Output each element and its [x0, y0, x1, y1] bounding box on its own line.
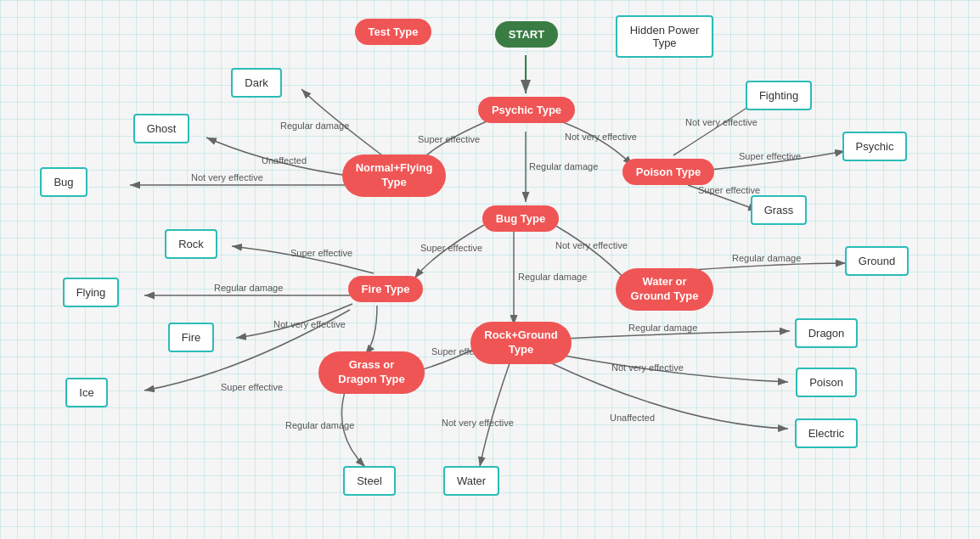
- flying-left-label: Flying: [63, 278, 120, 307]
- svg-text:Not very effective: Not very effective: [442, 418, 514, 428]
- psychic-type-node: Psychic Type: [471, 93, 582, 126]
- arrows-layer: Super effective Regular damage Not very …: [0, 0, 980, 539]
- psychic-type-label: Psychic Type: [478, 97, 575, 123]
- start-label: START: [495, 21, 558, 48]
- water-ground-node: Water or Ground Type: [616, 267, 713, 312]
- rock-ground-node: Rock+Ground Type: [472, 323, 570, 363]
- fire-type-label: Fire Type: [348, 276, 424, 302]
- ghost-label: Ghost: [133, 114, 190, 143]
- svg-text:Regular damage: Regular damage: [285, 420, 354, 430]
- flowchart-canvas: Super effective Regular damage Not very …: [0, 0, 980, 539]
- water-ground-label: Water or Ground Type: [616, 268, 713, 311]
- dragon-label: Dragon: [795, 318, 859, 348]
- fire-left-label: Fire: [168, 323, 214, 352]
- water-label: Water: [443, 466, 499, 496]
- ice-node: Ice: [53, 373, 121, 411]
- flying-left-node: Flying: [53, 273, 129, 311]
- electric-label: Electric: [795, 418, 859, 448]
- psychic-right-node: Psychic: [836, 130, 913, 162]
- rock-label: Rock: [165, 229, 217, 259]
- grass-label: Grass: [751, 195, 808, 225]
- rock-ground-label: Rock+Ground Type: [470, 322, 571, 364]
- svg-text:Super effective: Super effective: [739, 151, 801, 161]
- normal-flying-label: Normal+Flying Type: [342, 154, 447, 197]
- ground-label: Ground: [845, 246, 909, 276]
- steel-label: Steel: [343, 466, 396, 496]
- svg-text:Regular damage: Regular damage: [280, 121, 349, 131]
- svg-text:Not very effective: Not very effective: [555, 240, 628, 250]
- poison-right-label: Poison: [796, 368, 857, 397]
- fighting-node: Fighting: [741, 79, 817, 111]
- svg-text:Regular damage: Regular damage: [529, 161, 598, 171]
- svg-text:Not very effective: Not very effective: [191, 172, 263, 182]
- rock-node: Rock: [157, 227, 225, 260]
- dark-label: Dark: [231, 68, 281, 98]
- svg-text:Not very effective: Not very effective: [273, 319, 346, 329]
- dark-node: Dark: [222, 66, 290, 98]
- poison-type-node: Poison Type: [622, 155, 715, 188]
- steel-node: Steel: [335, 463, 403, 497]
- svg-text:Super effective: Super effective: [420, 243, 482, 253]
- grass-dragon-label: Grass or Dragon Type: [318, 351, 425, 394]
- test-type-label: Test Type: [355, 19, 432, 45]
- ground-node: Ground: [836, 242, 917, 279]
- poison-right-node: Poison: [788, 363, 865, 401]
- fire-left-node: Fire: [157, 321, 225, 353]
- grass-dragon-node: Grass or Dragon Type: [318, 351, 425, 395]
- svg-text:Unaffected: Unaffected: [262, 155, 307, 166]
- svg-text:Super effective: Super effective: [418, 134, 480, 144]
- svg-text:Regular damage: Regular damage: [518, 272, 587, 282]
- svg-text:Super effective: Super effective: [290, 248, 352, 258]
- water-node: Water: [437, 463, 505, 497]
- fire-type-node: Fire Type: [343, 272, 428, 306]
- ice-label: Ice: [65, 378, 107, 407]
- grass-node: Grass: [741, 194, 817, 226]
- test-type-node: Test Type: [346, 15, 440, 48]
- svg-text:Super effective: Super effective: [221, 382, 283, 392]
- svg-text:Unaffected: Unaffected: [610, 413, 655, 423]
- svg-text:Not very effective: Not very effective: [611, 362, 684, 373]
- fighting-label: Fighting: [746, 81, 812, 110]
- svg-text:Regular damage: Regular damage: [628, 323, 697, 333]
- bug-type-node: Bug Type: [474, 202, 567, 234]
- poison-type-label: Poison Type: [622, 159, 714, 185]
- svg-text:Regular damage: Regular damage: [732, 253, 801, 263]
- hidden-power-label: Hidden Power Type: [616, 15, 713, 58]
- svg-text:Regular damage: Regular damage: [214, 283, 283, 293]
- start-node: START: [493, 15, 560, 53]
- ghost-node: Ghost: [127, 112, 195, 144]
- dragon-node: Dragon: [788, 314, 865, 351]
- psychic-right-label: Psychic: [842, 132, 908, 161]
- bug-left-label: Bug: [40, 167, 87, 197]
- hidden-power-node: Hidden Power Type: [616, 15, 713, 58]
- electric-node: Electric: [788, 414, 865, 452]
- svg-text:Not very effective: Not very effective: [685, 117, 758, 127]
- normal-flying-node: Normal+Flying Type: [343, 155, 445, 196]
- bug-type-label: Bug Type: [482, 205, 559, 232]
- bug-left-node: Bug: [30, 163, 98, 200]
- svg-text:Not very effective: Not very effective: [565, 132, 637, 142]
